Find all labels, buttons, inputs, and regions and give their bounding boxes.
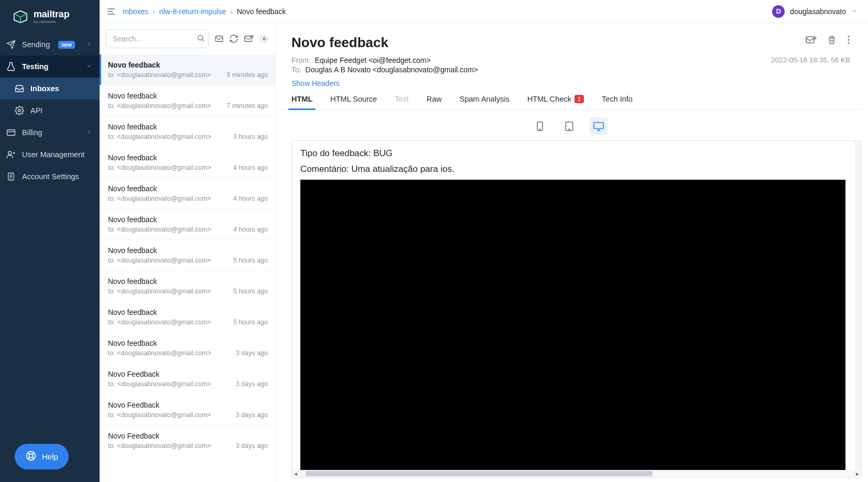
nav-sending[interactable]: Sending new <box>0 34 100 56</box>
show-headers-link[interactable]: Show Headers <box>291 79 850 87</box>
clear-inbox-button[interactable] <box>244 34 254 43</box>
message-item[interactable]: Novo feedbackto: <douglasabnovato@gmail.… <box>100 333 275 364</box>
message-subject: Novo feedback <box>108 123 268 131</box>
delete-button[interactable] <box>827 35 837 45</box>
message-subject: Novo Feedback <box>108 401 268 409</box>
help-button[interactable]: Help <box>15 444 69 469</box>
hamburger-menu-button[interactable] <box>104 4 118 19</box>
message-item[interactable]: Novo feedbackto: <douglasabnovato@gmail.… <box>100 116 275 147</box>
message-item[interactable]: Novo feedbackto: <douglasabnovato@gmail.… <box>100 209 275 240</box>
message-subject: Novo feedback <box>108 277 268 286</box>
message-item[interactable]: Novo Feedbackto: <douglasabnovato@gmail.… <box>100 395 275 425</box>
tab-html-check[interactable]: HTML Check 1 <box>527 95 584 109</box>
tab-tech-info[interactable]: Tech Info <box>602 95 633 109</box>
users-icon <box>6 150 16 159</box>
breadcrumb-inboxes[interactable]: Inboxes <box>123 7 148 16</box>
brand-byline: by railsware <box>34 20 69 24</box>
device-mobile-button[interactable] <box>531 117 549 135</box>
horizontal-scrollbar[interactable]: ◄ ► <box>292 470 861 477</box>
nav-billing-label: Billing <box>22 128 42 137</box>
nav-inboxes-label: Inboxes <box>30 84 59 93</box>
message-item[interactable]: Novo feedbackto: <douglasabnovato@gmail.… <box>100 240 275 271</box>
list-toolbar <box>100 23 275 54</box>
user-name: douglasabnovato <box>790 7 846 16</box>
message-item[interactable]: Novo Feedbackto: <douglasabnovato@gmail.… <box>100 364 275 395</box>
svg-point-13 <box>848 42 850 44</box>
preview-feedback-type: Tipo do feedback: BUG <box>300 148 847 159</box>
message-recipient: to: <douglasabnovato@gmail.com> <box>108 133 211 140</box>
breadcrumb-project[interactable]: nlw-8-return-impulse <box>159 7 226 16</box>
breadcrumb: Inboxes › nlw-8-return-impulse › Novo fe… <box>123 7 286 16</box>
nav-billing[interactable]: Billing <box>0 122 100 144</box>
nav-sending-label: Sending <box>22 40 50 49</box>
html-check-count-badge: 1 <box>574 95 584 103</box>
message-time: 7 minutes ago <box>226 102 268 109</box>
message-item[interactable]: Novo feedbackto: <douglasabnovato@gmail.… <box>100 271 275 302</box>
forward-button[interactable] <box>805 35 817 45</box>
brand-logo[interactable]: mailtrap by railsware <box>0 0 100 34</box>
message-recipient: to: <douglasabnovato@gmail.com> <box>108 380 211 388</box>
search-input[interactable] <box>106 29 209 48</box>
message-item[interactable]: Novo feedbackto: <douglasabnovato@gmail.… <box>100 302 275 333</box>
message-recipient: to: <douglasabnovato@gmail.com> <box>108 349 211 357</box>
email-preview-body[interactable]: Tipo do feedback: BUG Comentário: Uma at… <box>292 141 855 470</box>
message-subject: Novo Feedback <box>108 432 268 440</box>
tab-spam-analysis[interactable]: Spam Analysis <box>460 95 509 109</box>
breadcrumb-separator: › <box>153 7 155 16</box>
inbox-settings-button[interactable] <box>259 34 269 43</box>
tab-html-source[interactable]: HTML Source <box>330 95 377 109</box>
message-actions <box>805 35 850 45</box>
message-title: Novo feedback <box>291 35 388 51</box>
to-label: To: <box>291 65 301 74</box>
message-time: 3 hours ago <box>233 133 268 140</box>
preview-screenshot-image <box>300 180 845 470</box>
nav-api[interactable]: API <box>0 100 100 122</box>
tab-html[interactable]: HTML <box>291 95 312 109</box>
message-time: 5 hours ago <box>233 319 268 326</box>
content-tabs: HTML HTML Source Text Raw Spam Analysis … <box>276 87 863 110</box>
sidebar: mailtrap by railsware Sending new Testin… <box>0 0 100 482</box>
tab-raw[interactable]: Raw <box>427 95 442 109</box>
message-item[interactable]: Novo feedbackto: <douglasabnovato@gmail.… <box>100 85 275 116</box>
nav-account-label: Account Settings <box>22 172 79 181</box>
user-menu[interactable]: D douglasabnovato <box>772 5 860 18</box>
message-item[interactable]: Novo feedbackto: <douglasabnovato@gmail.… <box>100 178 275 209</box>
nav-users-label: User Management <box>22 150 84 159</box>
message-recipient: to: <douglasabnovato@gmail.com> <box>108 442 211 450</box>
message-recipient: to: <douglasabnovato@gmail.com> <box>108 257 211 264</box>
message-subject: Novo feedback <box>108 215 268 224</box>
tab-text[interactable]: Text <box>395 95 409 109</box>
message-recipient: to: <douglasabnovato@gmail.com> <box>108 411 211 419</box>
device-desktop-button[interactable] <box>590 117 607 135</box>
refresh-button[interactable] <box>229 34 238 43</box>
email-preview-frame: Tipo do feedback: BUG Comentário: Uma at… <box>291 140 862 478</box>
message-recipient: to: <douglasabnovato@gmail.com> <box>108 226 211 233</box>
message-subject: Novo Feedback <box>108 370 268 378</box>
message-item[interactable]: Novo Feedbackto: <douglasabnovato@gmail.… <box>100 425 275 456</box>
message-item[interactable]: Novo feedbackto: <douglasabnovato@gmail.… <box>100 54 275 85</box>
vertical-scrollbar[interactable] <box>855 141 861 470</box>
device-preview-toggle <box>276 110 863 140</box>
svg-point-5 <box>29 454 32 457</box>
main-area: Inboxes › nlw-8-return-impulse › Novo fe… <box>100 0 868 482</box>
breadcrumb-current: Novo feedback <box>237 7 286 16</box>
svg-rect-10 <box>806 37 814 43</box>
chevron-down-icon <box>86 62 92 71</box>
mark-read-button[interactable] <box>214 34 224 43</box>
nav-testing-label: Testing <box>22 62 48 71</box>
nav-user-management[interactable]: User Management <box>0 144 100 166</box>
scroll-left-arrow-icon: ◄ <box>292 470 299 477</box>
nav-testing[interactable]: Testing <box>0 56 100 78</box>
message-subject: Novo feedback <box>108 61 268 69</box>
nav-inboxes[interactable]: Inboxes <box>0 78 100 100</box>
nav-account-settings[interactable]: Account Settings <box>0 166 100 188</box>
message-subject: Novo feedback <box>108 308 268 316</box>
message-time: 3 days ago <box>236 442 268 450</box>
device-tablet-button[interactable] <box>560 117 578 135</box>
message-list[interactable]: Novo feedbackto: <douglasabnovato@gmail.… <box>100 54 275 482</box>
credit-card-icon <box>6 128 16 137</box>
flask-icon <box>6 62 16 71</box>
more-menu-button[interactable] <box>847 35 850 45</box>
from-value: Equipe Feedget <oi@feedget.com> <box>314 56 430 64</box>
message-item[interactable]: Novo feedbackto: <douglasabnovato@gmail.… <box>100 147 275 178</box>
